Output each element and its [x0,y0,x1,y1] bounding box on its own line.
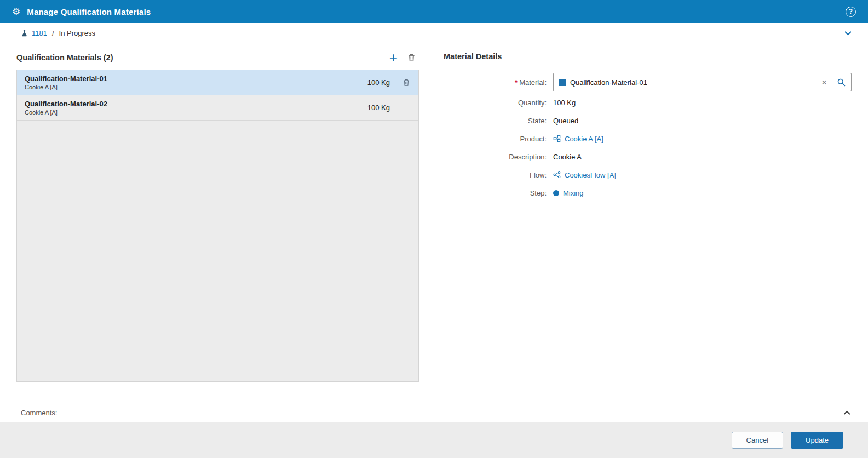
delete-material-button[interactable] [407,53,416,62]
step-field-label: Step: [444,189,553,197]
add-material-button[interactable]: + [389,52,398,63]
material-item-quantity: 100 Kg [367,78,399,87]
product-field-label: Product: [444,135,553,143]
material-field-row: *Material: Qualification-Material-01 × [444,73,852,91]
main-content: Qualification Materials (2) + Qualificat… [0,43,868,403]
material-field-label: *Material: [444,78,553,87]
material-input[interactable]: Qualification-Material-01 × [553,73,852,91]
title-bar: ⚙ Manage Qualification Materials ? [0,0,868,23]
clear-icon[interactable]: × [817,78,832,87]
flow-icon [553,171,561,179]
product-field-row: Product: Cookie A [A] [444,133,852,144]
breadcrumb-id-link[interactable]: 1181 [32,29,47,37]
cancel-button[interactable]: Cancel [732,432,783,449]
qualification-materials-panel: Qualification Materials (2) + Qualificat… [16,43,419,403]
material-field-value: Qualification-Material-01 × [553,73,852,91]
update-button[interactable]: Update [791,432,843,449]
quantity-value: 100 Kg [553,99,576,107]
action-bar: Cancel Update [0,422,868,458]
breadcrumb-status: In Progress [59,29,95,37]
material-list-item[interactable]: Qualification-Material-01 Cookie A [A] 1… [17,70,418,95]
material-item-product: Cookie A [A] [25,84,367,90]
state-field-row: State: Queued [444,115,852,126]
chevron-up-icon[interactable] [842,408,852,417]
materials-panel-actions: + [389,52,419,63]
materials-panel-title: Qualification Materials (2) [16,53,113,62]
state-field-label: State: [444,117,553,125]
material-lot-icon [21,29,28,37]
material-details-title: Material Details [444,52,852,61]
state-value: Queued [553,117,578,125]
material-item-product: Cookie A [A] [25,109,367,116]
search-icon[interactable] [837,78,847,87]
materials-list: Qualification-Material-01 Cookie A [A] 1… [16,70,419,382]
material-details-panel: Material Details *Material: Qualificatio… [444,43,852,403]
chevron-down-icon[interactable] [843,28,853,38]
materials-panel-header: Qualification Materials (2) + [16,52,419,63]
input-divider [832,77,832,87]
manage-qualification-materials-window: ⚙ Manage Qualification Materials ? 1181 … [0,0,868,458]
quantity-field-row: Quantity: 100 Kg [444,97,852,108]
material-type-icon [559,79,566,86]
description-field-row: Description: Cookie A [444,151,852,162]
quantity-field-label: Quantity: [444,99,553,107]
flow-link[interactable]: CookiesFlow [A] [565,171,616,179]
material-item-text: Qualification-Material-02 Cookie A [A] [25,100,367,116]
material-item-text: Qualification-Material-01 Cookie A [A] [25,75,367,90]
material-input-value: Qualification-Material-01 [570,78,817,87]
step-icon [553,190,559,196]
description-value: Cookie A [553,153,582,161]
comments-label: Comments: [21,409,57,417]
product-icon [553,135,561,142]
step-field-row: Step: Mixing [444,187,852,198]
description-field-label: Description: [444,153,553,161]
step-link[interactable]: Mixing [563,189,584,197]
comments-bar[interactable]: Comments: [0,403,868,422]
flow-field-row: Flow: CookiesFlow [A] [444,169,852,180]
flow-field-label: Flow: [444,171,553,179]
material-list-item[interactable]: Qualification-Material-02 Cookie A [A] 1… [17,95,418,121]
gear-icon: ⚙ [12,7,20,16]
breadcrumb: 1181 / In Progress [0,23,868,43]
product-link[interactable]: Cookie A [A] [565,135,603,143]
material-item-name: Qualification-Material-01 [25,75,367,83]
page-title: Manage Qualification Materials [27,7,151,16]
help-icon[interactable]: ? [846,7,856,17]
breadcrumb-separator: / [52,29,54,37]
row-delete-icon[interactable] [399,78,414,87]
material-item-quantity: 100 Kg [367,104,399,112]
required-marker: * [515,78,518,87]
material-item-name: Qualification-Material-02 [25,100,367,108]
